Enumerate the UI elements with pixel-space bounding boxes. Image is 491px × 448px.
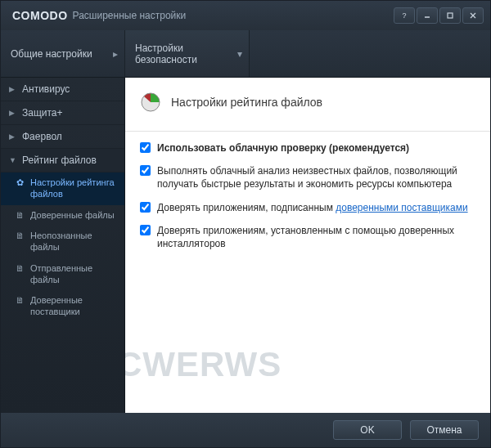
- chevron-down-icon: ▾: [237, 48, 242, 60]
- body: ▶Антивирус ▶Защита+ ▶Фаервол ▼Рейтинг фа…: [1, 78, 490, 413]
- watermark: CWERWS: [125, 345, 282, 384]
- text: Доверять приложениям, подписанным: [157, 202, 336, 213]
- top-nav: Общие настройки ▸ Настройки безопасности…: [1, 30, 490, 78]
- tab-general[interactable]: Общие настройки ▸: [1, 30, 125, 77]
- option-cloud-lookup: Использовать облачную проверку (рекоменд…: [140, 141, 475, 155]
- ok-button[interactable]: OK: [333, 420, 402, 440]
- sidebar-sub-trusted[interactable]: 🗎 Доверенные файлы: [1, 205, 124, 226]
- close-button[interactable]: [462, 7, 484, 24]
- file-upload-icon: 🗎: [14, 263, 25, 275]
- gauge-icon: [140, 92, 161, 113]
- button-label: Отмена: [426, 424, 462, 436]
- file-question-icon: 🗎: [14, 231, 25, 242]
- triangle-down-icon: ▼: [9, 156, 17, 164]
- titlebar: COMODO Расширенные настройки ?: [1, 1, 490, 30]
- sidebar-label: Фаервол: [22, 131, 62, 142]
- gear-icon: ✿: [14, 177, 25, 189]
- option-label: Доверять приложениям, подписанным довере…: [157, 201, 468, 214]
- trusted-vendors-link[interactable]: доверенными поставщиками: [336, 202, 467, 213]
- sidebar: ▶Антивирус ▶Защита+ ▶Фаервол ▼Рейтинг фа…: [1, 78, 125, 413]
- chevron-right-icon: ▸: [113, 48, 118, 60]
- sidebar-sub-label: Доверенные поставщики: [30, 295, 119, 318]
- sidebar-label: Антивирус: [22, 83, 70, 95]
- option-cloud-analysis: Выполнять облачный анализ неизвестных фа…: [140, 164, 475, 190]
- tab-security[interactable]: Настройки безопасности ▾: [125, 30, 250, 77]
- brand: COMODO: [12, 9, 68, 22]
- sidebar-label: Рейтинг файлов: [22, 155, 97, 166]
- sidebar-label: Защита+: [22, 107, 63, 119]
- maximize-button[interactable]: [439, 7, 461, 24]
- sidebar-item-defense[interactable]: ▶Защита+: [1, 101, 124, 125]
- checkbox-cloud-analysis[interactable]: [140, 165, 151, 176]
- window-subtitle: Расширенные настройки: [73, 10, 187, 21]
- sidebar-sub-label: Отправленные файлы: [30, 263, 119, 286]
- sidebar-item-rating[interactable]: ▼Рейтинг файлов: [1, 149, 124, 172]
- checkbox-trusted-installers[interactable]: [140, 225, 151, 235]
- divider: [125, 131, 490, 132]
- page-title: Настройки рейтинга файлов: [171, 96, 322, 109]
- help-button[interactable]: ?: [394, 7, 415, 24]
- sidebar-sub-settings[interactable]: ✿ Настройки рейтинга файлов: [1, 172, 124, 205]
- option-label: Выполнять облачный анализ неизвестных фа…: [157, 164, 475, 190]
- triangle-icon: ▶: [9, 109, 17, 117]
- footer: OK Отмена: [1, 413, 490, 447]
- svg-rect-2: [448, 13, 453, 18]
- option-label: Доверять приложениям, установленным с по…: [157, 224, 475, 250]
- sidebar-sub-vendors[interactable]: 🗎 Доверенные поставщики: [1, 290, 124, 323]
- content-area: Настройки рейтинга файлов Использовать о…: [125, 78, 490, 413]
- button-label: OK: [360, 424, 374, 436]
- svg-text:?: ?: [402, 11, 406, 20]
- cancel-button[interactable]: Отмена: [410, 420, 479, 440]
- sidebar-sub-label: Неопознанные файлы: [30, 231, 119, 253]
- tab-security-label: Настройки безопасности: [135, 43, 239, 65]
- sidebar-item-antivirus[interactable]: ▶Антивирус: [1, 78, 124, 101]
- option-trusted-vendors: Доверять приложениям, подписанным довере…: [140, 201, 475, 214]
- checkbox-trusted-vendors[interactable]: [140, 202, 151, 213]
- sidebar-sub-label: Доверенные файлы: [30, 210, 115, 222]
- sidebar-item-firewall[interactable]: ▶Фаервол: [1, 125, 124, 149]
- sidebar-sub-unknown[interactable]: 🗎 Неопознанные файлы: [1, 226, 124, 258]
- tab-general-label: Общие настройки: [11, 48, 92, 60]
- option-label: Использовать облачную проверку (рекоменд…: [157, 142, 409, 154]
- triangle-icon: ▶: [9, 132, 17, 141]
- checkbox-cloud-lookup[interactable]: [140, 142, 151, 153]
- sidebar-sub-label: Настройки рейтинга файлов: [30, 177, 119, 200]
- sidebar-sub-submitted[interactable]: 🗎 Отправленные файлы: [1, 258, 124, 291]
- file-check-icon: 🗎: [14, 210, 25, 222]
- minimize-button[interactable]: [417, 7, 438, 24]
- option-trusted-installers: Доверять приложениям, установленным с по…: [140, 224, 475, 250]
- triangle-icon: ▶: [9, 85, 17, 93]
- file-star-icon: 🗎: [14, 295, 25, 307]
- window-root: COMODO Расширенные настройки ? Общие нас…: [0, 0, 491, 448]
